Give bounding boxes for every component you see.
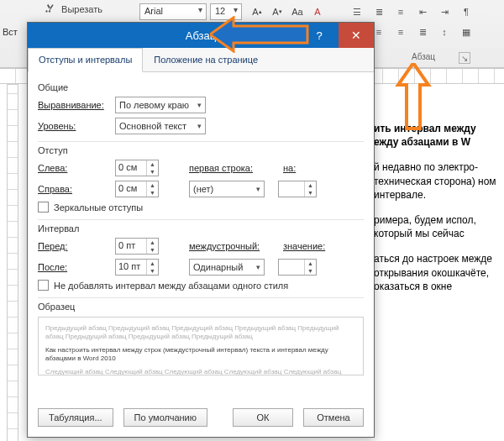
checkbox-icon <box>38 202 49 213</box>
spacing-before-label: Перед: <box>38 241 110 251</box>
font-group: Arial 12 A▴ A▾ Aa A <box>139 3 327 20</box>
paste-hint: Вст <box>3 27 18 37</box>
down-arrow-icon: ▼ <box>147 168 158 176</box>
cut-button[interactable]: Вырезать <box>44 3 102 14</box>
spacing-after-label: После: <box>38 262 110 272</box>
line-spacing-button[interactable]: ↕ <box>435 24 454 40</box>
ok-button[interactable]: ОК <box>233 408 293 427</box>
dialog-buttonbar: Табуляция... По умолчанию ОК Отмена <box>28 400 374 437</box>
tab-pageposition[interactable]: Положение на странице <box>143 48 269 71</box>
paragraph-dialog: Абзац ? ✕ Отступы и интервалы Положение … <box>27 22 375 438</box>
nospace-same-style-checkbox[interactable]: Не добавлять интервал между абзацами одн… <box>38 280 364 291</box>
bullets-button[interactable]: ☰ <box>348 3 366 20</box>
cancel-button[interactable]: Отмена <box>303 408 364 427</box>
decrease-indent-button[interactable]: ⇤ <box>413 3 432 20</box>
default-button[interactable]: По умолчанию <box>123 408 207 427</box>
shrink-font-button[interactable]: A▾ <box>268 3 286 20</box>
help-button[interactable]: ? <box>302 23 337 48</box>
indent-left-spinner[interactable]: 0 см▲▼ <box>115 160 159 176</box>
font-size-select[interactable]: 12 <box>210 3 242 20</box>
tabs-button[interactable]: Табуляция... <box>38 408 113 427</box>
linespacing-value-spinner[interactable]: ▲▼ <box>278 259 317 276</box>
multilevel-button[interactable]: ≡ <box>391 3 410 20</box>
alignment-label: Выравнивание: <box>38 100 110 110</box>
checkbox-icon <box>38 280 49 291</box>
numbering-button[interactable]: ≣ <box>370 3 388 20</box>
change-case-button[interactable]: Aa <box>288 3 307 20</box>
firstline-select[interactable]: (нет) <box>189 181 265 197</box>
dialog-title: Абзац <box>186 29 216 42</box>
linespacing-label: междустрочный: <box>189 241 261 251</box>
sample-preview: Предыдущий абзац Предыдущий абзац Предыд… <box>38 317 364 375</box>
firstline-label: первая строка: <box>189 163 261 173</box>
spacing-after-spinner[interactable]: 10 пт▲▼ <box>115 259 159 276</box>
align-right-button[interactable]: ≡ <box>391 24 410 40</box>
group-sample-label: Образец <box>38 302 364 312</box>
nospace-label: Не добавлять интервал между абзацами одн… <box>54 281 288 291</box>
group-spacing-label: Интервал <box>38 223 364 234</box>
spacing-before-spinner[interactable]: 0 пт▲▼ <box>115 238 159 255</box>
mirror-indents-label: Зеркальные отступы <box>54 202 143 213</box>
grow-font-button[interactable]: A▴ <box>248 3 266 20</box>
dialog-titlebar: Абзац ? ✕ <box>28 23 374 48</box>
indent-right-label: Справа: <box>38 184 110 194</box>
justify-button[interactable]: ≣ <box>413 24 432 40</box>
group-general-label: Общие <box>38 82 364 92</box>
cut-label: Вырезать <box>61 4 102 14</box>
scissors-icon <box>44 3 55 14</box>
linespacing-select[interactable]: Одинарный <box>189 259 265 276</box>
linespacing-value-label: значение: <box>283 241 325 251</box>
mirror-indents-checkbox[interactable]: Зеркальные отступы <box>38 202 364 213</box>
indent-right-spinner[interactable]: 0 см▲▼ <box>115 181 159 197</box>
firstline-by-spinner[interactable]: ▲▼ <box>278 181 317 197</box>
vertical-ruler <box>7 84 18 441</box>
document-body: ить интервал междуежду абзацами в W й не… <box>374 122 504 305</box>
paragraph-group-label: Абзац <box>412 52 435 61</box>
show-marks-button[interactable]: ¶ <box>457 3 475 20</box>
indent-left-label: Слева: <box>38 163 110 173</box>
level-select[interactable]: Основной текст <box>115 118 206 134</box>
firstline-by-label: на: <box>283 163 296 173</box>
paragraph-dialog-launcher[interactable]: ↘ <box>459 52 470 64</box>
shading-button[interactable]: ▦ <box>457 24 475 40</box>
clear-formatting-button[interactable]: A <box>308 3 327 20</box>
dialog-tabs: Отступы и интервалы Положение на страниц… <box>28 48 374 72</box>
dialog-panel: Общие Выравнивание: По левому краю Урове… <box>28 72 374 375</box>
close-button[interactable]: ✕ <box>339 23 374 48</box>
alignment-select[interactable]: По левому краю <box>115 97 206 113</box>
group-indent-label: Отступ <box>38 145 364 155</box>
close-icon: ✕ <box>351 29 361 42</box>
level-label: Уровень: <box>38 121 110 131</box>
increase-indent-button[interactable]: ⇥ <box>435 3 454 20</box>
font-name-select[interactable]: Arial <box>139 3 207 20</box>
tab-indents[interactable]: Отступы и интервалы <box>28 48 143 72</box>
up-arrow-icon: ▲ <box>147 160 158 168</box>
